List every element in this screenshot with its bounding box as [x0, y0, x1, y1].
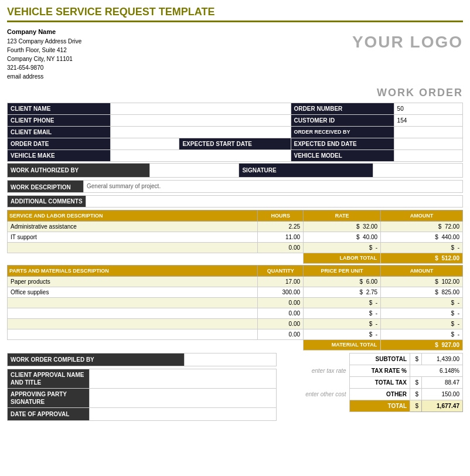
service-desc[interactable]: IT support [8, 232, 258, 242]
service-desc[interactable] [8, 242, 258, 253]
parts-amount[interactable]: $ - [381, 297, 463, 308]
parts-desc[interactable]: Office supplies [8, 287, 258, 297]
bottom-left: WORK ORDER COMPILED BY CLIENT APPROVAL N… [7, 353, 277, 421]
company-info: Company Name 123 Company Address Drive F… [7, 27, 81, 81]
labor-total-label: LABOR TOTAL [304, 253, 381, 263]
parts-row: 0.00 $ - $ - [8, 308, 463, 318]
service-hours[interactable]: 0.00 [258, 242, 304, 253]
compiled-by-value[interactable] [184, 353, 276, 366]
order-number-value[interactable]: 50 [394, 103, 462, 114]
tax-rate-value[interactable]: 6.148% [410, 365, 463, 376]
service-row: IT support 11.00 $ 40.00 $ 440.00 [8, 232, 463, 242]
parts-row: Paper products 17.00 $ 6.00 $ 102.00 [8, 276, 463, 287]
parts-qty[interactable]: 17.00 [258, 276, 304, 287]
vehicle-make-label: VEHICLE MAKE [8, 149, 111, 161]
parts-qty[interactable]: 0.00 [258, 318, 304, 329]
totals-table: SUBTOTAL $ 1,439.00 enter tax rate TAX R… [281, 353, 463, 412]
parts-row: 0.00 $ - $ - [8, 318, 463, 329]
service-amount[interactable]: $ 440.00 [381, 232, 463, 242]
parts-price[interactable]: $ - [304, 297, 381, 308]
vehicle-make-value[interactable] [111, 149, 291, 161]
service-amount[interactable]: $ - [381, 242, 463, 253]
service-desc[interactable]: Administrative assistance [8, 221, 258, 232]
hours-header: HOURS [258, 210, 304, 221]
approval-date-value[interactable] [90, 407, 277, 420]
parts-qty[interactable]: 0.00 [258, 329, 304, 339]
parts-price[interactable]: $ 6.00 [304, 276, 381, 287]
parts-desc[interactable]: Paper products [8, 276, 258, 287]
work-authorized-value[interactable] [149, 163, 239, 177]
signature-value[interactable] [373, 163, 463, 177]
additional-comments-label: ADDITIONAL COMMENTS [8, 195, 86, 207]
parts-qty[interactable]: 0.00 [258, 297, 304, 308]
work-order-label: WORK ORDER [7, 87, 463, 99]
amount-header: AMOUNT [381, 210, 463, 221]
service-rate[interactable]: $ 32.00 [304, 221, 381, 232]
subtotal-label: SUBTOTAL [349, 353, 410, 365]
other-value[interactable]: 150.00 [422, 388, 463, 400]
vehicle-model-value[interactable] [394, 149, 462, 161]
parts-row: 0.00 $ - $ - [8, 297, 463, 308]
parts-qty[interactable]: 0.00 [258, 308, 304, 318]
parts-desc[interactable] [8, 329, 258, 339]
expected-end-value[interactable] [394, 138, 462, 149]
parts-price[interactable]: $ - [304, 318, 381, 329]
tax-rate-note [281, 353, 349, 365]
approval-sig-value[interactable] [90, 388, 277, 407]
order-received-value[interactable] [394, 126, 462, 138]
client-email-value[interactable] [111, 126, 291, 138]
parts-amount-header: AMOUNT [381, 265, 463, 276]
additional-comments-value[interactable] [86, 195, 462, 207]
parts-qty[interactable]: 300.00 [258, 287, 304, 297]
expected-start-label: EXPECTED START DATE [179, 138, 291, 149]
company-phone: 321-654-9870 [7, 63, 81, 72]
parts-row: 0.00 $ - $ - [8, 329, 463, 339]
expected-end-label: EXPECTED END DATE [291, 138, 394, 149]
total-tax-dollar: $ [410, 376, 422, 388]
work-description-value[interactable]: General summary of project. [84, 180, 463, 192]
client-phone-value[interactable] [111, 114, 291, 126]
enter-tax-note[interactable]: enter tax rate [281, 365, 349, 376]
subtotal-dollar: $ [410, 353, 422, 365]
service-rate[interactable]: $ - [304, 242, 381, 253]
parts-amount[interactable]: $ - [381, 318, 463, 329]
page-title: VEHICLE SERVICE REQUEST TEMPLATE [7, 6, 463, 22]
parts-desc[interactable] [8, 297, 258, 308]
parts-price[interactable]: $ 2.75 [304, 287, 381, 297]
work-authorized-label: WORK AUTHORIZED BY [8, 163, 150, 177]
labor-total-value: $ 512.00 [381, 253, 463, 263]
service-hours[interactable]: 11.00 [258, 232, 304, 242]
parts-desc-header: PARTS AND MATERIALS DESCRIPTION [8, 265, 258, 276]
service-rate[interactable]: $ 40.00 [304, 232, 381, 242]
subtotal-value: 1,439.00 [422, 353, 463, 365]
vehicle-model-label: VEHICLE MODEL [291, 149, 394, 161]
enter-other-note[interactable]: enter other cost [281, 388, 349, 400]
total-label: TOTAL [349, 400, 410, 412]
order-date-value[interactable] [111, 138, 179, 149]
price-per-unit-header: PRICE PER UNIT [304, 265, 381, 276]
parts-desc[interactable] [8, 308, 258, 318]
parts-amount[interactable]: $ 825.00 [381, 287, 463, 297]
service-amount[interactable]: $ 72.00 [381, 221, 463, 232]
total-dollar: $ [410, 400, 422, 412]
parts-price[interactable]: $ - [304, 308, 381, 318]
order-received-label: ORDER RECEIVED BY [291, 126, 394, 138]
compiled-by-table: WORK ORDER COMPILED BY [7, 353, 277, 366]
parts-desc[interactable] [8, 318, 258, 329]
approval-date-label: DATE OF APPROVAL [8, 407, 90, 420]
bottom-section: WORK ORDER COMPILED BY CLIENT APPROVAL N… [7, 353, 463, 421]
parts-amount[interactable]: $ 102.00 [381, 276, 463, 287]
order-number-label: ORDER NUMBER [291, 103, 394, 114]
approval-name-value[interactable] [90, 369, 277, 388]
company-address2: Fourth Floor, Suite 412 [7, 46, 81, 55]
customer-id-value[interactable]: 154 [394, 114, 462, 126]
parts-row: Office supplies 300.00 $ 2.75 $ 825.00 [8, 287, 463, 297]
parts-amount[interactable]: $ - [381, 308, 463, 318]
company-name: Company Name [7, 27, 81, 37]
parts-price[interactable]: $ - [304, 329, 381, 339]
parts-amount[interactable]: $ - [381, 329, 463, 339]
service-hours[interactable]: 2.25 [258, 221, 304, 232]
client-name-value[interactable] [111, 103, 291, 114]
order-date-label: ORDER DATE [8, 138, 111, 149]
client-phone-label: CLIENT PHONE [8, 114, 111, 126]
